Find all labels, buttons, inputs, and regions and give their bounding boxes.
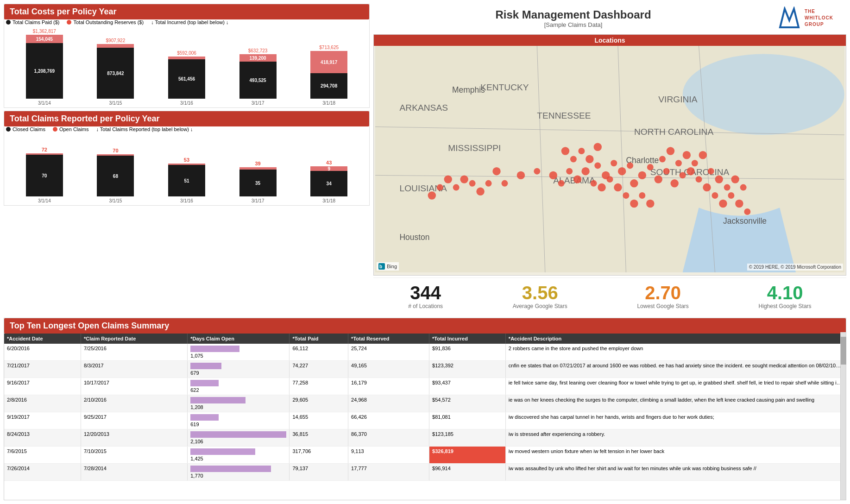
svg-point-79 <box>614 183 622 191</box>
bar-bottom-segment: 873,842 <box>97 48 134 99</box>
bar-x-label: 3/1/14 <box>38 198 51 203</box>
table-cell: 8/3/2017 <box>81 360 187 378</box>
svg-point-55 <box>485 180 492 187</box>
table-header-cell: *Total Paid <box>290 334 348 344</box>
table-row: 8/24/201312/20/20132,10636,81586,370$123… <box>4 429 846 446</box>
svg-text:b: b <box>379 264 382 269</box>
svg-point-53 <box>502 180 508 187</box>
title-area: Risk Management Dashboard [Sample Claims… <box>373 4 846 32</box>
dashboard-subtitle: [Sample Claims Data] <box>378 21 768 28</box>
stat-number: 344 <box>410 284 441 302</box>
bar-x-label: 3/1/17 <box>252 198 264 203</box>
bar-top-label: $713,625 <box>319 45 339 50</box>
claims-legend: Closed Claims Open Claims ↓ Total Claims… <box>4 126 369 132</box>
scrollbar-thumb[interactable] <box>841 337 846 365</box>
svg-point-46 <box>735 200 743 208</box>
table-cell: 14,655 <box>290 412 348 429</box>
table-title: Top Ten Longest Open Claims Summary <box>4 318 846 334</box>
bar-group: 53513/1/16 <box>151 157 222 203</box>
table-cell: ie fell twice same day, first leaning ov… <box>505 378 845 395</box>
table-cell: $54,572 <box>429 395 506 412</box>
costs-chart-title: Total Costs per Policy Year <box>4 4 369 19</box>
bar-bottom-segment: 51 <box>168 165 205 196</box>
svg-point-54 <box>492 167 500 175</box>
table-cell: 7/25/2016 <box>81 344 187 361</box>
table-cell: $96,914 <box>429 463 506 480</box>
svg-point-36 <box>655 175 662 183</box>
bar-top-label: 39 <box>255 161 260 166</box>
table-header: *Accident Date*Claim Reported Date*Days … <box>4 334 846 344</box>
bar-bottom-segment: 561,456 <box>168 59 205 99</box>
svg-point-33 <box>566 168 573 175</box>
table-cell: 66,426 <box>348 412 429 429</box>
table-header-cell: *Accident Description <box>505 334 845 344</box>
bar-x-label: 3/1/15 <box>109 198 122 203</box>
claims-chart-title: Total Claims Reported per Policy Year <box>4 111 369 126</box>
stat-label: Average Google Stars <box>513 303 567 309</box>
table-cell: 619 <box>188 412 290 429</box>
table-cell: 17,777 <box>348 463 429 480</box>
table-cell: 6/20/2016 <box>4 344 81 361</box>
bar-stack: 139,200493,525 <box>239 54 277 99</box>
table-cell: 79,137 <box>290 463 348 480</box>
dashboard-main-title: Risk Management Dashboard <box>378 8 768 21</box>
bar-top-segment <box>97 44 134 48</box>
bar-x-label: 3/1/17 <box>252 101 264 106</box>
bar-x-label: 3/1/15 <box>109 101 122 106</box>
table-cell: cnfin ee states that on 07/21/2017 at ar… <box>505 360 845 378</box>
scrollbar[interactable] <box>840 332 846 500</box>
bar-top-segment: 139,200 <box>239 54 277 62</box>
stat-item: 344# of Locations <box>401 282 450 311</box>
bar-x-label: 3/1/14 <box>38 101 51 106</box>
svg-text:NORTH CAROLINA: NORTH CAROLINA <box>634 127 713 137</box>
bar-group: 70683/1/15 <box>80 148 151 203</box>
svg-point-23 <box>581 167 589 175</box>
logo-text: THE WHITLOCK GROUP <box>805 8 842 28</box>
svg-point-42 <box>703 183 711 191</box>
svg-text:Memphis: Memphis <box>452 85 485 94</box>
bar-group: 39353/1/17 <box>222 161 294 203</box>
costs-chart-section: Total Costs per Policy Year Total Claims… <box>4 4 370 108</box>
table-cell: 36,815 <box>290 429 348 446</box>
svg-point-83 <box>646 200 654 208</box>
bar-group: 439343/1/18 <box>293 160 365 203</box>
svg-point-59 <box>453 184 460 191</box>
bar-top-segment: 154,045 <box>26 35 63 43</box>
svg-point-82 <box>639 192 645 199</box>
svg-point-74 <box>708 168 714 175</box>
table-row: 6/20/20167/25/20161,07566,11225,724$91,8… <box>4 344 846 361</box>
stat-label: Highest Google Stars <box>759 303 812 309</box>
table-cell: 25,724 <box>348 344 429 361</box>
table-section: Top Ten Longest Open Claims Summary *Acc… <box>4 318 846 500</box>
bar-x-label: 3/1/18 <box>322 101 335 106</box>
days-value: 1,425 <box>190 456 203 461</box>
legend-total-reported-label: ↓ Total Claims Reported (top label below… <box>96 126 193 132</box>
stat-item: 3.56Average Google Stars <box>505 282 575 311</box>
stat-item: 2.70Lowest Google Stars <box>630 282 696 311</box>
legend-open-label: Open Claims <box>59 126 89 132</box>
bar-group: $632,723139,200493,5253/1/17 <box>222 48 294 106</box>
svg-point-32 <box>573 175 581 183</box>
table-cell: $326,819 <box>429 446 506 463</box>
table-scroll[interactable]: *Accident Date*Claim Reported Date*Days … <box>4 334 846 500</box>
table-cell: 679 <box>188 360 290 378</box>
claims-chart-section: Total Claims Reported per Policy Year Cl… <box>4 111 370 206</box>
table-cell: 9/19/2017 <box>4 412 81 429</box>
svg-point-48 <box>630 179 638 187</box>
bar-x-label: 3/1/18 <box>322 198 335 203</box>
svg-point-73 <box>699 151 707 159</box>
svg-point-57 <box>469 180 476 187</box>
table-cell: 74,227 <box>290 360 348 378</box>
svg-point-60 <box>444 175 452 183</box>
dashboard: Total Costs per Policy Year Total Claims… <box>0 0 850 504</box>
map-canvas[interactable]: ARKANSAS LOUISIANA MISSISSIPPI TENNESSEE… <box>374 46 846 272</box>
svg-point-65 <box>594 143 602 151</box>
bar-top-label: $632,723 <box>248 48 268 53</box>
logo-area: THE WHITLOCK GROUP <box>778 6 842 30</box>
table-cell: iw was assaulted by unk who lifted her s… <box>505 463 845 480</box>
legend-incurred-label: ↓ Total Incurred (top label below) ↓ <box>151 19 228 25</box>
svg-point-56 <box>476 188 484 195</box>
table-cell: $91,836 <box>429 344 506 361</box>
svg-point-35 <box>647 164 654 170</box>
stat-item: 4.10Highest Google Stars <box>751 282 819 311</box>
